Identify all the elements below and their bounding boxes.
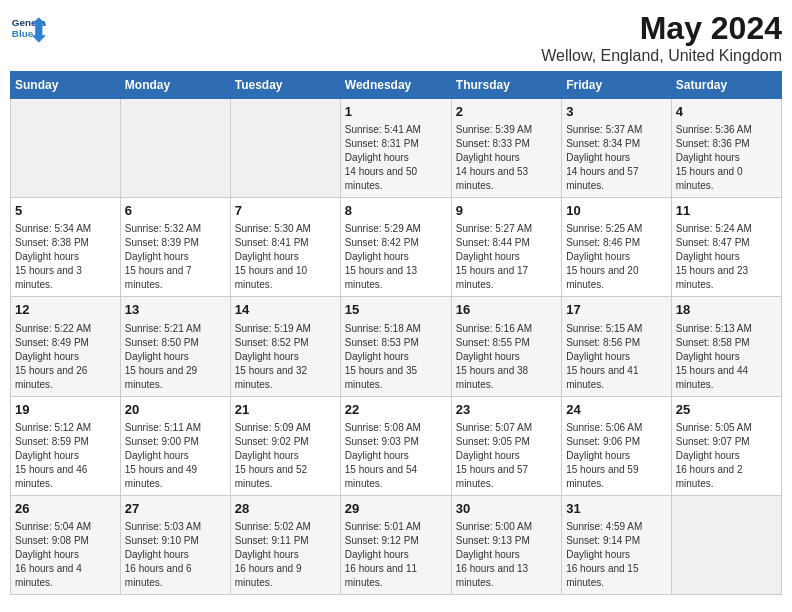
day-detail: Sunrise: 5:37 AMSunset: 8:34 PMDaylight … <box>566 123 667 193</box>
day-number: 13 <box>125 301 226 319</box>
day-detail: Sunrise: 5:41 AMSunset: 8:31 PMDaylight … <box>345 123 447 193</box>
day-detail: Sunrise: 5:04 AMSunset: 9:08 PMDaylight … <box>15 520 116 590</box>
calendar-day-cell: 1Sunrise: 5:41 AMSunset: 8:31 PMDaylight… <box>340 99 451 198</box>
day-number: 5 <box>15 202 116 220</box>
day-number: 22 <box>345 401 447 419</box>
day-number: 24 <box>566 401 667 419</box>
calendar-day-cell: 17Sunrise: 5:15 AMSunset: 8:56 PMDayligh… <box>562 297 672 396</box>
day-header-wednesday: Wednesday <box>340 72 451 99</box>
day-detail: Sunrise: 5:36 AMSunset: 8:36 PMDaylight … <box>676 123 777 193</box>
calendar-day-cell: 11Sunrise: 5:24 AMSunset: 8:47 PMDayligh… <box>671 198 781 297</box>
location-subtitle: Wellow, England, United Kingdom <box>541 47 782 65</box>
day-detail: Sunrise: 5:08 AMSunset: 9:03 PMDaylight … <box>345 421 447 491</box>
day-detail: Sunrise: 5:29 AMSunset: 8:42 PMDaylight … <box>345 222 447 292</box>
calendar-week-row: 12Sunrise: 5:22 AMSunset: 8:49 PMDayligh… <box>11 297 782 396</box>
month-year-title: May 2024 <box>541 10 782 47</box>
day-detail: Sunrise: 5:06 AMSunset: 9:06 PMDaylight … <box>566 421 667 491</box>
day-number: 27 <box>125 500 226 518</box>
day-detail: Sunrise: 5:24 AMSunset: 8:47 PMDaylight … <box>676 222 777 292</box>
day-detail: Sunrise: 4:59 AMSunset: 9:14 PMDaylight … <box>566 520 667 590</box>
calendar-day-cell: 8Sunrise: 5:29 AMSunset: 8:42 PMDaylight… <box>340 198 451 297</box>
day-number: 7 <box>235 202 336 220</box>
calendar-day-cell: 26Sunrise: 5:04 AMSunset: 9:08 PMDayligh… <box>11 495 121 594</box>
day-header-saturday: Saturday <box>671 72 781 99</box>
day-number: 26 <box>15 500 116 518</box>
day-detail: Sunrise: 5:22 AMSunset: 8:49 PMDaylight … <box>15 322 116 392</box>
day-number: 1 <box>345 103 447 121</box>
day-header-thursday: Thursday <box>451 72 561 99</box>
day-header-sunday: Sunday <box>11 72 121 99</box>
calendar-day-cell: 6Sunrise: 5:32 AMSunset: 8:39 PMDaylight… <box>120 198 230 297</box>
day-header-monday: Monday <box>120 72 230 99</box>
calendar-day-cell: 21Sunrise: 5:09 AMSunset: 9:02 PMDayligh… <box>230 396 340 495</box>
day-number: 21 <box>235 401 336 419</box>
day-number: 4 <box>676 103 777 121</box>
calendar-day-cell: 20Sunrise: 5:11 AMSunset: 9:00 PMDayligh… <box>120 396 230 495</box>
header: General Blue May 2024 Wellow, England, U… <box>10 10 782 65</box>
day-detail: Sunrise: 5:30 AMSunset: 8:41 PMDaylight … <box>235 222 336 292</box>
day-number: 11 <box>676 202 777 220</box>
day-number: 31 <box>566 500 667 518</box>
calendar-day-cell: 29Sunrise: 5:01 AMSunset: 9:12 PMDayligh… <box>340 495 451 594</box>
calendar-day-cell: 15Sunrise: 5:18 AMSunset: 8:53 PMDayligh… <box>340 297 451 396</box>
calendar-day-cell: 2Sunrise: 5:39 AMSunset: 8:33 PMDaylight… <box>451 99 561 198</box>
calendar-day-cell: 5Sunrise: 5:34 AMSunset: 8:38 PMDaylight… <box>11 198 121 297</box>
logo-icon: General Blue <box>10 10 46 46</box>
day-number: 10 <box>566 202 667 220</box>
day-number: 15 <box>345 301 447 319</box>
day-detail: Sunrise: 5:02 AMSunset: 9:11 PMDaylight … <box>235 520 336 590</box>
day-number: 28 <box>235 500 336 518</box>
day-number: 20 <box>125 401 226 419</box>
calendar-week-row: 19Sunrise: 5:12 AMSunset: 8:59 PMDayligh… <box>11 396 782 495</box>
calendar-table: SundayMondayTuesdayWednesdayThursdayFrid… <box>10 71 782 595</box>
calendar-week-row: 1Sunrise: 5:41 AMSunset: 8:31 PMDaylight… <box>11 99 782 198</box>
day-number: 2 <box>456 103 557 121</box>
logo: General Blue <box>10 10 50 46</box>
calendar-day-cell: 23Sunrise: 5:07 AMSunset: 9:05 PMDayligh… <box>451 396 561 495</box>
day-detail: Sunrise: 5:18 AMSunset: 8:53 PMDaylight … <box>345 322 447 392</box>
calendar-day-cell: 13Sunrise: 5:21 AMSunset: 8:50 PMDayligh… <box>120 297 230 396</box>
day-detail: Sunrise: 5:39 AMSunset: 8:33 PMDaylight … <box>456 123 557 193</box>
day-detail: Sunrise: 5:34 AMSunset: 8:38 PMDaylight … <box>15 222 116 292</box>
day-detail: Sunrise: 5:03 AMSunset: 9:10 PMDaylight … <box>125 520 226 590</box>
day-detail: Sunrise: 5:13 AMSunset: 8:58 PMDaylight … <box>676 322 777 392</box>
day-number: 6 <box>125 202 226 220</box>
day-detail: Sunrise: 5:27 AMSunset: 8:44 PMDaylight … <box>456 222 557 292</box>
day-number: 16 <box>456 301 557 319</box>
calendar-day-cell: 14Sunrise: 5:19 AMSunset: 8:52 PMDayligh… <box>230 297 340 396</box>
day-detail: Sunrise: 5:25 AMSunset: 8:46 PMDaylight … <box>566 222 667 292</box>
calendar-day-cell <box>11 99 121 198</box>
title-block: May 2024 Wellow, England, United Kingdom <box>541 10 782 65</box>
day-detail: Sunrise: 5:16 AMSunset: 8:55 PMDaylight … <box>456 322 557 392</box>
calendar-day-cell: 25Sunrise: 5:05 AMSunset: 9:07 PMDayligh… <box>671 396 781 495</box>
calendar-day-cell: 12Sunrise: 5:22 AMSunset: 8:49 PMDayligh… <box>11 297 121 396</box>
day-detail: Sunrise: 5:05 AMSunset: 9:07 PMDaylight … <box>676 421 777 491</box>
day-number: 18 <box>676 301 777 319</box>
calendar-day-cell: 19Sunrise: 5:12 AMSunset: 8:59 PMDayligh… <box>11 396 121 495</box>
day-header-tuesday: Tuesday <box>230 72 340 99</box>
calendar-day-cell: 24Sunrise: 5:06 AMSunset: 9:06 PMDayligh… <box>562 396 672 495</box>
day-number: 30 <box>456 500 557 518</box>
day-detail: Sunrise: 5:01 AMSunset: 9:12 PMDaylight … <box>345 520 447 590</box>
day-detail: Sunrise: 5:00 AMSunset: 9:13 PMDaylight … <box>456 520 557 590</box>
calendar-day-cell: 31Sunrise: 4:59 AMSunset: 9:14 PMDayligh… <box>562 495 672 594</box>
day-detail: Sunrise: 5:11 AMSunset: 9:00 PMDaylight … <box>125 421 226 491</box>
calendar-day-cell: 30Sunrise: 5:00 AMSunset: 9:13 PMDayligh… <box>451 495 561 594</box>
calendar-day-cell: 28Sunrise: 5:02 AMSunset: 9:11 PMDayligh… <box>230 495 340 594</box>
day-number: 17 <box>566 301 667 319</box>
calendar-day-cell: 22Sunrise: 5:08 AMSunset: 9:03 PMDayligh… <box>340 396 451 495</box>
day-detail: Sunrise: 5:07 AMSunset: 9:05 PMDaylight … <box>456 421 557 491</box>
calendar-day-cell <box>120 99 230 198</box>
calendar-day-cell: 18Sunrise: 5:13 AMSunset: 8:58 PMDayligh… <box>671 297 781 396</box>
day-detail: Sunrise: 5:19 AMSunset: 8:52 PMDaylight … <box>235 322 336 392</box>
day-detail: Sunrise: 5:21 AMSunset: 8:50 PMDaylight … <box>125 322 226 392</box>
svg-text:Blue: Blue <box>12 28 34 39</box>
day-header-friday: Friday <box>562 72 672 99</box>
day-number: 29 <box>345 500 447 518</box>
day-detail: Sunrise: 5:09 AMSunset: 9:02 PMDaylight … <box>235 421 336 491</box>
day-number: 23 <box>456 401 557 419</box>
day-number: 19 <box>15 401 116 419</box>
day-number: 12 <box>15 301 116 319</box>
calendar-day-cell: 3Sunrise: 5:37 AMSunset: 8:34 PMDaylight… <box>562 99 672 198</box>
day-number: 8 <box>345 202 447 220</box>
